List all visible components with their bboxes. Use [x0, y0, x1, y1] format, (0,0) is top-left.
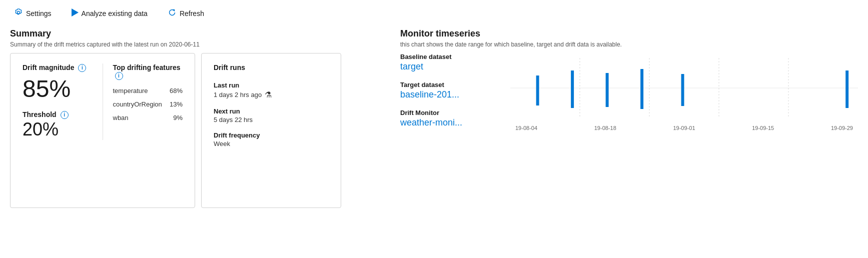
drift-card: Drift magnitude i 85% Threshold i 20% [10, 53, 195, 208]
settings-label: Settings [26, 10, 52, 18]
drift-frequency-value: Week [214, 140, 329, 148]
drift-monitor-label: Drift Monitor [400, 109, 490, 116]
play-icon [72, 8, 79, 18]
summary-subtitle: Summary of the drift metrics captured wi… [10, 41, 390, 48]
svg-rect-6 [571, 70, 574, 108]
refresh-label: Refresh [180, 10, 204, 18]
features-list: temperature68%countryOrRegion13%wban9% [113, 87, 183, 122]
summary-title: Summary [10, 28, 390, 39]
ts-labels: Baseline dataset target Target dataset b… [400, 53, 490, 137]
baseline-group: Baseline dataset target [400, 53, 490, 72]
flask-icon: ⚗ [265, 90, 272, 100]
timeseries-subtitle: this chart shows the date range for whic… [400, 41, 858, 48]
next-run-label: Next run [214, 108, 329, 115]
drift-magnitude-info-icon[interactable]: i [78, 64, 86, 72]
analyze-button[interactable]: Analyze existing data [68, 6, 152, 20]
last-run-value: 1 days 2 hrs ago ⚗ [214, 90, 329, 100]
svg-rect-10 [845, 70, 848, 108]
runs-section: Last run 1 days 2 hrs ago ⚗ Next run 5 d… [214, 82, 329, 148]
right-panel: Monitor timeseries this chart shows the … [400, 28, 858, 208]
list-item: temperature68% [113, 87, 183, 94]
x-label-2: 19-08-18 [594, 125, 616, 131]
analyze-label: Analyze existing data [82, 10, 148, 18]
baseline-label: Baseline dataset [400, 53, 490, 60]
drift-magnitude-label: Drift magnitude i [23, 64, 86, 72]
threshold-section: Threshold i 20% [23, 110, 93, 140]
timeseries-content: Baseline dataset target Target dataset b… [400, 53, 858, 137]
settings-button[interactable]: Settings [10, 6, 56, 20]
drift-monitor-value[interactable]: weather-moni... [400, 118, 490, 128]
next-run-value: 5 days 22 hrs [214, 116, 329, 124]
svg-rect-5 [536, 76, 539, 106]
chart-svg [510, 53, 858, 123]
threshold-label: Threshold i [23, 110, 69, 119]
main-content: Summary Summary of the drift metrics cap… [10, 28, 858, 208]
x-label-4: 19-09-15 [752, 125, 774, 131]
svg-rect-8 [640, 69, 643, 109]
svg-rect-7 [606, 73, 609, 107]
top-drifting-label: Top drifting features i [113, 64, 183, 80]
drift-runs-card: Drift runs Last run 1 days 2 hrs ago ⚗ N… [201, 53, 341, 208]
x-label-3: 19-09-01 [673, 125, 695, 131]
target-group: Target dataset baseline-201... [400, 81, 490, 100]
baseline-value[interactable]: target [400, 62, 490, 72]
list-item: wban9% [113, 114, 183, 122]
refresh-icon [168, 8, 177, 18]
x-label-5: 19-09-29 [831, 125, 853, 131]
x-label-1: 19-08-04 [515, 125, 537, 131]
target-label: Target dataset [400, 81, 490, 88]
drift-magnitude-value: 85% [23, 76, 93, 102]
chart-container [510, 53, 858, 123]
cards-row: Drift magnitude i 85% Threshold i 20% [10, 53, 390, 208]
features-section: Top drifting features i temperature68%co… [103, 64, 183, 140]
refresh-button[interactable]: Refresh [164, 6, 208, 20]
target-value[interactable]: baseline-201... [400, 90, 490, 100]
left-panel: Summary Summary of the drift metrics cap… [10, 28, 390, 208]
threshold-info-icon[interactable]: i [61, 111, 69, 119]
x-axis-labels: 19-08-04 19-08-18 19-09-01 19-09-15 19-0… [510, 125, 858, 131]
list-item: countryOrRegion13% [113, 100, 183, 108]
drift-left: Drift magnitude i 85% Threshold i 20% [23, 64, 93, 140]
top-drifting-info-icon[interactable]: i [115, 72, 123, 80]
drift-frequency-label: Drift frequency [214, 132, 329, 139]
timeseries-title: Monitor timeseries [400, 28, 858, 39]
drift-monitor-group: Drift Monitor weather-moni... [400, 109, 490, 128]
svg-rect-9 [681, 74, 684, 106]
gear-icon [14, 8, 23, 18]
last-run-label: Last run [214, 82, 329, 89]
toolbar: Settings Analyze existing data Refresh [10, 6, 858, 28]
drift-runs-title: Drift runs [214, 64, 329, 72]
ts-chart-area: 19-08-04 19-08-18 19-09-01 19-09-15 19-0… [510, 53, 858, 137]
threshold-value: 20% [23, 119, 93, 140]
